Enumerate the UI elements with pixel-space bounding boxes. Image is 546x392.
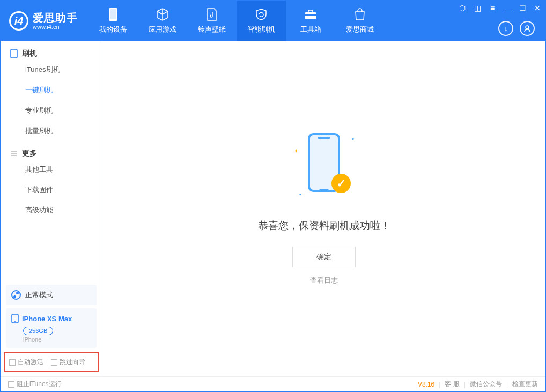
user-button[interactable] xyxy=(520,21,535,36)
app-header: i4 爱思助手 www.i4.cn 我的设备 应用游戏 铃声壁纸 智能刷机 工具… xyxy=(1,1,545,41)
version-label: V8.16 xyxy=(418,381,434,388)
app-url: www.i4.cn xyxy=(33,24,78,30)
sidebar-section-label: 更多 xyxy=(22,149,37,158)
svg-point-5 xyxy=(526,26,529,29)
sidebar-bottom: 正常模式 iPhone XS Max 256GB iPhone 自动激活 跳过向… xyxy=(1,282,102,376)
header-actions: ↓ xyxy=(498,21,535,36)
wechat-link[interactable]: 微信公众号 xyxy=(470,380,502,389)
cube-icon xyxy=(156,8,169,21)
checkbox-label: 跳过向导 xyxy=(60,358,85,367)
sidebar-section-label: 刷机 xyxy=(22,49,37,58)
check-badge-icon: ✓ xyxy=(331,174,351,193)
sparkle-icon: • xyxy=(299,191,301,197)
nav-apps-games[interactable]: 应用游戏 xyxy=(138,1,187,41)
device-capacity: 256GB xyxy=(23,327,53,335)
view-log-link[interactable]: 查看日志 xyxy=(310,276,338,285)
sidebar-item-one-click-flash[interactable]: 一键刷机 xyxy=(1,80,102,100)
nav-label: 铃声壁纸 xyxy=(198,25,226,34)
device-mode-box[interactable]: 正常模式 xyxy=(6,285,97,305)
checkbox-label: 自动激活 xyxy=(18,358,43,367)
svg-rect-4 xyxy=(305,14,316,16)
device-name: iPhone XS Max xyxy=(22,315,72,323)
nav-smart-flash[interactable]: 智能刷机 xyxy=(237,1,286,41)
nav-store[interactable]: 爱思商城 xyxy=(335,1,385,41)
menu-icon[interactable]: ≡ xyxy=(488,4,497,12)
nav-label: 工具箱 xyxy=(300,25,321,34)
maximize-button[interactable]: ☐ xyxy=(518,4,527,12)
main-content: ✦ ✦ • ✓ 恭喜您，保资料刷机成功啦！ 确定 查看日志 xyxy=(102,41,545,376)
list-icon xyxy=(10,150,18,157)
svg-point-8 xyxy=(14,321,16,322)
toolbox-icon xyxy=(304,8,318,21)
logo-icon: i4 xyxy=(9,11,28,31)
sparkle-icon: ✦ xyxy=(294,148,298,154)
separator: | xyxy=(464,381,466,388)
nav-label: 爱思商城 xyxy=(346,25,374,34)
success-message: 恭喜您，保资料刷机成功啦！ xyxy=(258,219,390,233)
sidebar-section-flash: 刷机 xyxy=(1,41,102,60)
nav-my-device[interactable]: 我的设备 xyxy=(88,1,138,41)
app-logo: i4 爱思助手 www.i4.cn xyxy=(1,1,88,41)
bag-icon xyxy=(353,8,367,21)
nav-toolbox[interactable]: 工具箱 xyxy=(286,1,335,41)
main-nav: 我的设备 应用游戏 铃声壁纸 智能刷机 工具箱 爱思商城 xyxy=(88,1,385,41)
download-button[interactable]: ↓ xyxy=(498,21,513,36)
checkbox-auto-activate[interactable]: 自动激活 xyxy=(9,358,43,367)
app-name: 爱思助手 xyxy=(33,12,78,24)
device-type: iPhone xyxy=(23,336,91,343)
phone-icon xyxy=(106,8,120,21)
minimize-button[interactable]: ― xyxy=(503,4,512,12)
sidebar-item-other-tools[interactable]: 其他工具 xyxy=(1,159,102,180)
separator: | xyxy=(506,381,508,388)
shirt-icon[interactable]: ⬡ xyxy=(458,4,467,12)
svg-rect-1 xyxy=(110,9,116,19)
sidebar-item-batch-flash[interactable]: 批量刷机 xyxy=(1,121,102,141)
lock-icon[interactable]: ◫ xyxy=(473,4,482,12)
nav-ringtone-wallpaper[interactable]: 铃声壁纸 xyxy=(187,1,237,41)
music-file-icon xyxy=(205,8,219,21)
check-update-link[interactable]: 检查更新 xyxy=(512,380,538,389)
phone-icon xyxy=(11,314,19,323)
sidebar-item-itunes-flash[interactable]: iTunes刷机 xyxy=(1,60,102,80)
svg-rect-2 xyxy=(305,12,316,19)
svg-rect-6 xyxy=(11,49,17,58)
refresh-shield-icon xyxy=(254,8,268,21)
sidebar-item-advanced[interactable]: 高级功能 xyxy=(1,200,102,220)
nav-label: 应用游戏 xyxy=(149,25,176,34)
window-controls: ⬡ ◫ ≡ ― ☐ ✕ xyxy=(458,4,542,12)
nav-label: 智能刷机 xyxy=(247,25,275,34)
sidebar: 刷机 iTunes刷机 一键刷机 专业刷机 批量刷机 更多 其他工具 下载固件 … xyxy=(1,41,102,376)
checkbox-block-itunes[interactable]: 阻止iTunes运行 xyxy=(8,380,62,389)
flash-options-row: 自动激活 跳过向导 xyxy=(4,352,99,372)
close-button[interactable]: ✕ xyxy=(533,4,542,12)
checkbox-label: 阻止iTunes运行 xyxy=(17,380,62,389)
mode-label: 正常模式 xyxy=(25,290,53,300)
app-body: 刷机 iTunes刷机 一键刷机 专业刷机 批量刷机 更多 其他工具 下载固件 … xyxy=(1,41,545,376)
sidebar-item-pro-flash[interactable]: 专业刷机 xyxy=(1,100,102,121)
status-bar: 阻止iTunes运行 V8.16 | 客 服 | 微信公众号 | 检查更新 xyxy=(1,376,545,391)
sparkle-icon: ✦ xyxy=(351,136,355,142)
ok-button[interactable]: 确定 xyxy=(292,247,356,267)
success-illustration: ✦ ✦ • ✓ xyxy=(292,133,356,208)
support-link[interactable]: 客 服 xyxy=(445,380,459,389)
separator: | xyxy=(439,381,440,388)
svg-rect-3 xyxy=(308,10,313,12)
nav-label: 我的设备 xyxy=(99,25,127,34)
checkbox-skip-guide[interactable]: 跳过向导 xyxy=(51,358,85,367)
device-info-box[interactable]: iPhone XS Max 256GB iPhone xyxy=(6,308,97,348)
sidebar-item-download-firmware[interactable]: 下载固件 xyxy=(1,180,102,200)
sidebar-section-more: 更多 xyxy=(1,141,102,159)
mode-icon xyxy=(11,290,21,300)
device-icon xyxy=(10,49,18,58)
